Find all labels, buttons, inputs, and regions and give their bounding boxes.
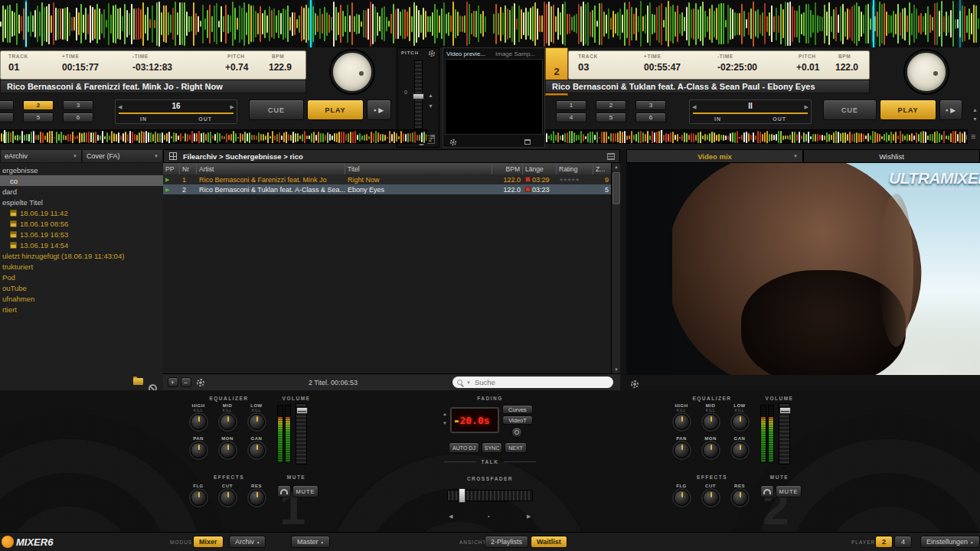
deck1-jog-wheel[interactable] — [331, 51, 374, 93]
deck2-options-icon[interactable]: ≡ — [971, 132, 975, 141]
deck1-pitch-fader-track[interactable] — [414, 60, 423, 129]
tab-wishlist[interactable]: Wishlist — [803, 149, 980, 163]
knob[interactable] — [191, 490, 207, 506]
channel2-monitor-button[interactable] — [760, 485, 774, 497]
knob[interactable] — [191, 442, 207, 458]
deck2-cue-pad-1[interactable]: 1 — [556, 100, 586, 110]
deck1-options-icon[interactable]: ≡ — [430, 132, 435, 141]
archive-grid-icon[interactable] — [169, 152, 177, 160]
deck1-cue-pad-5[interactable]: 5 — [23, 112, 54, 122]
deck1-cue-pad-cut[interactable] — [0, 112, 14, 122]
knob[interactable] — [220, 442, 236, 458]
cover-dropdown[interactable]: Cover (FA)▼ — [82, 149, 163, 163]
fader-handle[interactable] — [296, 407, 308, 414]
deck1-pitch-fader-handle[interactable] — [413, 93, 424, 99]
tab-video-preview[interactable]: Video previe... — [446, 51, 485, 57]
view-options-icon[interactable] — [607, 153, 615, 160]
loop-next-icon[interactable]: ▶ — [230, 104, 234, 109]
videot-button[interactable]: VideoT — [502, 416, 533, 425]
column-header-rating[interactable]: Rating — [557, 163, 593, 174]
column-header-pp[interactable]: PP — [163, 163, 180, 174]
sidebar-item[interactable]: Pod — [0, 272, 163, 282]
add-track-button[interactable]: + — [168, 377, 178, 387]
deck2-cue-button[interactable]: CUE — [823, 99, 877, 120]
sidebar-item[interactable]: ouTube — [0, 282, 163, 293]
deck2-cue-pad-6[interactable]: 6 — [635, 112, 666, 122]
deck1-cue-pad-6[interactable]: 6 — [63, 112, 93, 122]
deck2-cue-pad-2[interactable]: 2 — [596, 100, 626, 110]
deck2-loop-out[interactable]: OUT — [773, 116, 786, 122]
fade-time-down-icon[interactable]: ▼ — [443, 421, 447, 425]
gear-icon[interactable] — [197, 379, 204, 386]
knob[interactable] — [249, 442, 265, 458]
fade-mode-button[interactable] — [511, 427, 522, 438]
column-header-artist[interactable]: Artist — [197, 163, 345, 174]
deck1-cue-button[interactable]: CUE — [249, 99, 304, 120]
player-count-4-button[interactable]: 4 — [894, 536, 912, 548]
playing-icon[interactable]: ▶ — [163, 174, 180, 184]
knob[interactable] — [220, 490, 236, 506]
deck2-loop-length[interactable]: II — [690, 102, 811, 110]
autodj-button[interactable]: AUTO DJ — [449, 442, 479, 453]
deck1-track-overview[interactable] — [0, 129, 427, 144]
deck2-cue-pad-5[interactable]: 5 — [596, 112, 626, 122]
deck1-loop-in[interactable]: IN — [140, 116, 147, 122]
gear-icon[interactable] — [450, 139, 456, 145]
knob[interactable] — [674, 414, 690, 430]
tab-image-sampler[interactable]: Image Samp... — [495, 51, 535, 57]
next-button[interactable]: NEXT — [505, 442, 527, 453]
deck1-loop-out[interactable]: OUT — [198, 116, 212, 122]
deck2-track-overview[interactable] — [545, 129, 968, 144]
pitch-up-icon[interactable]: ▲ — [428, 93, 433, 98]
sidebar-item-playlist[interactable]: 18.06.19 11:42 — [0, 207, 163, 218]
knob[interactable] — [674, 442, 690, 458]
deck1-loop-length[interactable]: 16 — [116, 102, 237, 110]
knob[interactable] — [703, 414, 719, 430]
deck2-cue-pad-4[interactable]: 4 — [556, 112, 586, 122]
knob[interactable] — [703, 442, 719, 458]
column-header-nr[interactable]: Nr — [180, 163, 197, 174]
sidebar-item[interactable]: ergebnisse — [0, 165, 163, 175]
sidebar-item[interactable]: ufnahmen — [0, 293, 163, 304]
remove-track-button[interactable]: − — [181, 377, 191, 387]
sidebar-item-selected[interactable]: co — [0, 175, 163, 186]
detach-window-icon[interactable] — [524, 139, 531, 145]
column-header-laenge[interactable]: Länge — [523, 163, 557, 174]
channel2-volume-fader[interactable] — [779, 403, 790, 465]
gear-icon[interactable] — [429, 51, 435, 57]
view-playlists-button[interactable]: 2-Playlists — [485, 536, 528, 548]
channel2-mute-button[interactable]: MUTE — [776, 485, 802, 497]
gear-icon[interactable] — [631, 380, 639, 388]
sidebar-item[interactable]: dard — [0, 186, 163, 197]
archive-dropdown[interactable]: eArchiv▼ — [0, 149, 82, 163]
crossfader-handle[interactable] — [459, 488, 466, 503]
scroll-down-icon[interactable]: ▼ — [614, 367, 619, 372]
fade-time-up-icon[interactable]: ▲ — [443, 412, 447, 416]
sidebar-item-playlist[interactable]: 18.06.19 08:56 — [0, 218, 163, 229]
sidebar-item-playlist[interactable]: 13.06.19 16:53 — [0, 229, 163, 240]
pitch-down-icon[interactable]: ▼ — [972, 116, 978, 122]
sidebar-item[interactable]: espielte Titel — [0, 197, 163, 207]
deck1-cue-pad-3[interactable]: 3 — [63, 100, 93, 110]
table-row[interactable]: ▶ 2 Rico Bernasconi & Tuklan feat. A-Cla… — [163, 184, 611, 194]
crossfade-right-icon[interactable]: ▶ — [527, 514, 531, 519]
curves-button[interactable]: Curves — [502, 405, 533, 414]
knob[interactable] — [191, 414, 207, 430]
search-box[interactable]: ▼ — [452, 377, 613, 388]
knob[interactable] — [249, 414, 265, 430]
deck2-loop-in[interactable]: IN — [714, 116, 721, 122]
sidebar-item-playlist[interactable]: 13.06.19 14:54 — [0, 240, 163, 250]
sidebar-item[interactable]: rtiert — [0, 304, 163, 315]
playing-icon[interactable]: ▶ — [163, 184, 180, 194]
video-mix-screen[interactable]: ULTRAMIXER — [626, 163, 980, 375]
mode-mixer-button[interactable]: Mixer — [193, 536, 224, 548]
deck1-play-button[interactable]: PLAY — [307, 99, 364, 120]
channel1-volume-fader[interactable] — [296, 403, 307, 465]
search-caret-icon[interactable]: ▼ — [466, 380, 471, 385]
settings-button[interactable]: Einstellungen▲ — [920, 536, 980, 548]
column-header-bpm[interactable]: BPM — [492, 163, 523, 174]
crossfade-center-icon[interactable]: ▪ — [488, 514, 489, 519]
folder-icon[interactable] — [133, 378, 143, 385]
search-input[interactable] — [475, 378, 590, 386]
master-button[interactable]: Master▲ — [291, 536, 330, 548]
